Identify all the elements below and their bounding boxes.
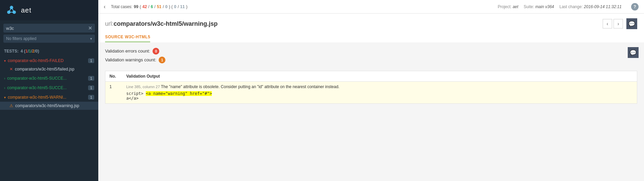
test-group-header-succe2[interactable]: › comparator-w3c-html5-SUCCE... 1: [0, 83, 98, 92]
chevron-down-icon: ▾: [4, 96, 6, 99]
code-prefix: script>: [126, 91, 144, 96]
code-line-2: a</a>: [126, 96, 633, 101]
test-group-name: comparator-w3c-html5-FAILED: [8, 58, 88, 63]
filter-box[interactable]: No filters applied ▾: [3, 35, 95, 43]
test-item-name: comparators/w3c-html5/warning.jsp: [15, 103, 79, 108]
suite-label: Suite:: [524, 4, 534, 9]
code-line-1: script> <a name="warning" href="#">: [126, 91, 633, 96]
tests-header: TESTS: 4 (1/1/2/0): [0, 46, 98, 56]
stat-gray1: 0: [165, 4, 168, 9]
row-no: 1: [105, 82, 122, 104]
app-name: aet: [21, 6, 32, 14]
side-comment-button[interactable]: 💬: [628, 47, 639, 58]
sidebar: aet ✕ No filters applied ▾ TESTS: 4 (1/1…: [0, 0, 98, 181]
test-count-badge: 1: [88, 95, 94, 100]
suite-value: main v364: [535, 4, 554, 9]
test-item-failed-jsp[interactable]: ✕ comparators/w3c-html5/failed.jsp: [0, 65, 98, 73]
validation-errors-count: 0: [153, 48, 159, 55]
content-area: 💬 Validation errors count: 0 Validation …: [98, 42, 644, 181]
total-cases-label: Total cases:: [111, 4, 132, 9]
stat-orange: 51: [157, 4, 161, 9]
chevron-right-icon: ›: [4, 86, 5, 90]
row-message: Line 385, column 27 The "name" attribute…: [126, 84, 633, 89]
next-button[interactable]: ›: [613, 19, 623, 28]
code-block: script> <a name="warning" href="#"> a</a…: [126, 91, 633, 101]
test-group-failed: ▾ comparator-w3c-html5-FAILED 1 ✕ compar…: [0, 56, 98, 73]
row-content: Line 385, column 27 The "name" attribute…: [122, 82, 637, 104]
comment-button[interactable]: 💬: [626, 18, 637, 29]
search-box[interactable]: ✕: [3, 24, 95, 33]
lastchange-value: 2016-09-14 11:32:11: [584, 4, 622, 9]
test-group-warni: ▾ comparator-w3c-html5-WARNI... 1 ⚠ comp…: [0, 93, 98, 110]
test-group-header-failed[interactable]: ▾ comparator-w3c-html5-FAILED 1: [0, 56, 98, 65]
test-group-name: comparator-w3c-html5-SUCCE...: [7, 85, 88, 90]
stat-green: 6: [151, 4, 153, 9]
validation-warnings-count: 1: [159, 57, 165, 63]
lastchange-label: Last change:: [560, 4, 583, 9]
test-group-name: comparator-w3c-html5-WARNI...: [8, 95, 88, 100]
test-item-name: comparators/w3c-html5/failed.jsp: [15, 67, 74, 72]
code-highlight: <a name="warning" href="#">: [146, 91, 212, 96]
chevron-down-icon: ▾: [90, 37, 92, 41]
test-group-succe2: › comparator-w3c-html5-SUCCE... 1: [0, 83, 98, 92]
tabbar: SOURCE W3C-HTML5: [98, 29, 644, 42]
col-output: Validation Output: [122, 71, 637, 82]
total-count: 99: [134, 4, 138, 9]
filter-label: No filters applied: [6, 36, 90, 41]
back-button[interactable]: ‹: [104, 4, 105, 10]
topbar-meta: Project: aet Suite: main v364 Last chang…: [498, 3, 639, 11]
validation-table: No. Validation Output 1 Line 385, column…: [105, 71, 637, 104]
sidebar-header: aet: [0, 0, 98, 20]
aet-logo-icon: [5, 4, 18, 16]
validation-warnings-label: Validation warnings count:: [105, 57, 156, 62]
test-group-header-succe1[interactable]: › comparator-w3c-html5-SUCCE... 1: [0, 74, 98, 83]
row-message-text: The "name" attribute is obsolete. Consid…: [161, 84, 340, 89]
warning-icon: ⚠: [9, 103, 13, 108]
validation-errors-row: Validation errors count: 0: [105, 48, 637, 55]
search-input[interactable]: [6, 26, 88, 31]
topbar: ‹ Total cases: 99 (42 / 6 / 51 / 0) (0 /…: [98, 0, 644, 14]
urlbar: url:comparators/w3c-html5/warning.jsp ‹ …: [98, 14, 644, 29]
chevron-right-icon: ›: [4, 77, 5, 80]
test-item-warning-jsp[interactable]: ⚠ comparators/w3c-html5/warning.jsp: [0, 102, 98, 110]
help-button[interactable]: ?: [631, 3, 639, 11]
tests-label: TESTS:: [4, 49, 19, 54]
stat-red: 42: [142, 4, 147, 9]
stat-gray3: 11: [180, 4, 185, 9]
chevron-down-icon: ▾: [4, 59, 6, 63]
validation-warnings-row: Validation warnings count: 1: [105, 57, 637, 63]
col-no: No.: [105, 71, 122, 82]
stat-gray2: 0: [174, 4, 177, 9]
tab-source-w3c[interactable]: SOURCE W3C-HTML5: [105, 33, 150, 42]
test-group-name: comparator-w3c-html5-SUCCE...: [7, 76, 88, 81]
url-path: comparators/w3c-html5/warning.jsp: [114, 20, 218, 27]
test-group-header-warni[interactable]: ▾ comparator-w3c-html5-WARNI... 1: [0, 93, 98, 102]
topbar-stats: Total cases: 99 (42 / 6 / 51 / 0) (0 / 1…: [111, 4, 498, 9]
url-prefix: url:: [105, 20, 114, 27]
test-count-badge: 1: [88, 76, 94, 81]
test-count-badge: 1: [88, 58, 94, 63]
table-row: 1 Line 385, column 27 The "name" attribu…: [105, 82, 637, 104]
tests-count: 4 (1/1/2/0): [21, 49, 39, 54]
validation-section: Validation errors count: 0 Validation wa…: [98, 42, 644, 71]
test-count-badge: 1: [88, 85, 94, 90]
search-clear-icon[interactable]: ✕: [88, 25, 92, 31]
project-value: aet: [512, 4, 518, 9]
prev-button[interactable]: ‹: [603, 19, 612, 28]
test-group-succe1: › comparator-w3c-html5-SUCCE... 1: [0, 74, 98, 83]
main-content: ‹ Total cases: 99 (42 / 6 / 51 / 0) (0 /…: [98, 0, 644, 181]
x-icon: ✕: [9, 67, 13, 72]
project-label: Project:: [498, 4, 511, 9]
url-navigation: ‹ › 💬: [603, 18, 637, 29]
validation-errors-label: Validation errors count:: [105, 48, 150, 54]
line-ref: Line 385, column 27: [126, 85, 160, 89]
url-display: url:comparators/w3c-html5/warning.jsp: [105, 20, 218, 27]
